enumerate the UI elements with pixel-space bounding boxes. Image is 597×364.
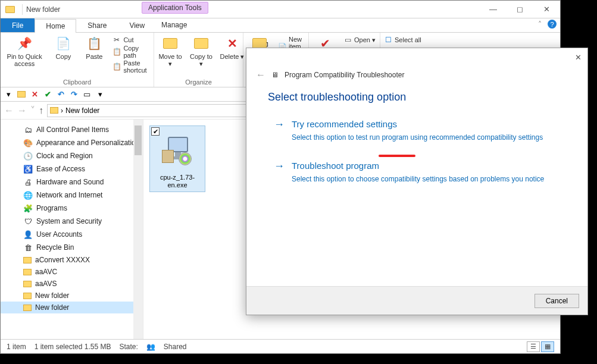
pin-button[interactable]: 📌 Pin to Quick access bbox=[4, 35, 45, 74]
collapse-ribbon-icon[interactable]: ˄ bbox=[538, 20, 542, 29]
option-recommended[interactable]: → Try recommended settings Select this o… bbox=[246, 111, 587, 152]
navigation-pane[interactable]: 🗂All Control Panel Items🎨Appearance and … bbox=[1, 120, 143, 340]
dialog-titlebar[interactable]: ✕ bbox=[246, 48, 587, 66]
qat-undo-icon[interactable]: ↶ bbox=[55, 89, 66, 100]
up-button[interactable]: ↑ bbox=[39, 105, 43, 116]
copypath-label: Copy path bbox=[123, 45, 150, 59]
option-troubleshoot[interactable]: → Troubleshoot program Select this optio… bbox=[246, 152, 587, 194]
delete-button[interactable]: ✕ Delete ▾ bbox=[220, 35, 245, 67]
nav-item[interactable]: 🧩Programs bbox=[1, 202, 143, 215]
maximize-button[interactable] bbox=[507, 1, 533, 17]
nav-item[interactable]: 🖨Hardware and Sound bbox=[1, 175, 143, 189]
copy-to-button[interactable]: Copy to ▾ bbox=[189, 35, 214, 67]
copy-path-button[interactable]: 📋Copy path bbox=[112, 45, 150, 59]
forward-button[interactable]: → bbox=[17, 105, 27, 116]
minimize-button[interactable] bbox=[480, 1, 507, 17]
qat-check-icon[interactable]: ✔ bbox=[42, 89, 53, 100]
clock-icon: 🕒 bbox=[23, 151, 33, 161]
qat-view-icon[interactable]: ▭ bbox=[82, 89, 92, 100]
paste-button[interactable]: 📋 Paste bbox=[82, 35, 107, 74]
dialog-close-button[interactable]: ✕ bbox=[575, 53, 582, 62]
tab-home[interactable]: Home bbox=[35, 19, 76, 33]
annotation-mark bbox=[379, 155, 415, 157]
qat-dropdown[interactable]: ▾ bbox=[3, 89, 14, 100]
nav-item[interactable]: 👤User Accounts bbox=[1, 228, 143, 241]
nav-item-label: All Control Panel Items bbox=[36, 125, 109, 134]
dialog-back-button[interactable]: ← bbox=[256, 70, 265, 80]
titlebar[interactable]: New folder Application Tools bbox=[1, 1, 560, 18]
paste-shortcut-button[interactable]: 📋Paste shortcut bbox=[112, 59, 150, 74]
nav-item[interactable]: 🌐Network and Internet bbox=[1, 189, 143, 202]
nav-item[interactable]: aConvert XXXXX bbox=[1, 254, 143, 266]
dialog-title: Select troubleshooting option bbox=[246, 91, 587, 111]
moveto-icon bbox=[162, 35, 179, 52]
copy-button[interactable]: 📄 Copy bbox=[51, 35, 76, 74]
delete-icon: ✕ bbox=[224, 35, 240, 52]
hw-icon: 🖨 bbox=[23, 177, 33, 187]
nav-item[interactable]: ♿Ease of Access bbox=[1, 162, 143, 175]
nav-item-label: User Accounts bbox=[36, 230, 82, 239]
folder-icon bbox=[23, 305, 32, 311]
pasteshortcut-label: Paste shortcut bbox=[123, 59, 150, 74]
file-tile[interactable]: ✔ cpu-z_1.73-en.exe bbox=[149, 125, 205, 192]
breadcrumb-location[interactable]: New folder bbox=[65, 106, 99, 115]
details-view-button[interactable]: ☰ bbox=[527, 341, 540, 352]
qat-folder-icon[interactable] bbox=[16, 89, 27, 100]
window-title: New folder bbox=[26, 5, 60, 14]
status-selected: 1 item selected 1.55 MB bbox=[35, 343, 111, 351]
nav-scrollbar[interactable] bbox=[133, 120, 143, 340]
cut-label: Cut bbox=[123, 36, 133, 43]
qat-dropdown2[interactable]: ▾ bbox=[95, 89, 105, 100]
qat-redo-icon[interactable]: ↷ bbox=[68, 89, 79, 100]
troubleshooter-dialog: ✕ ← 🖥 Program Compatibility Troubleshoot… bbox=[246, 48, 588, 315]
open-button[interactable]: ▭Open ▾ bbox=[343, 36, 376, 44]
appearance-icon: 🎨 bbox=[23, 138, 33, 148]
nav-item[interactable]: 🛡System and Security bbox=[1, 215, 143, 228]
nav-item[interactable]: New folder bbox=[1, 302, 143, 313]
select-all-button[interactable]: ☐Select all bbox=[384, 36, 421, 44]
cut-button[interactable]: ✂Cut bbox=[112, 36, 150, 44]
dialog-footer: Cancel bbox=[246, 286, 587, 315]
ease-icon: ♿ bbox=[23, 164, 33, 174]
nav-item[interactable]: 🎨Appearance and Personalizatio bbox=[1, 136, 143, 149]
nav-item-label: Ease of Access bbox=[36, 165, 85, 173]
tab-share[interactable]: Share bbox=[76, 18, 118, 32]
copy-icon: 📄 bbox=[55, 35, 71, 52]
help-icon[interactable]: ? bbox=[548, 20, 557, 29]
folder-icon bbox=[23, 269, 32, 275]
folder-icon bbox=[23, 293, 32, 299]
pin-icon: 📌 bbox=[16, 35, 33, 52]
contextual-tab[interactable]: Application Tools bbox=[142, 2, 208, 14]
copypath-icon: 📋 bbox=[112, 48, 121, 56]
option-troubleshoot-label: Troubleshoot program bbox=[292, 161, 379, 171]
separator bbox=[22, 4, 23, 15]
tab-manage[interactable]: Manage bbox=[153, 18, 195, 32]
close-button[interactable] bbox=[533, 1, 560, 17]
nav-item[interactable]: aaAVC bbox=[1, 266, 143, 278]
ribbon-tabs: File Home Share View Manage ˄ ? bbox=[1, 18, 560, 33]
move-to-button[interactable]: Move to ▾ bbox=[158, 35, 183, 67]
recent-dropdown[interactable]: ˅ bbox=[30, 105, 35, 116]
nav-item[interactable]: aaAVS bbox=[1, 278, 143, 290]
moveto-label: Move to ▾ bbox=[158, 53, 183, 67]
scrollbar-thumb[interactable] bbox=[135, 125, 142, 155]
panel-icon: 🗂 bbox=[23, 125, 33, 134]
tiles-view-button[interactable]: ▦ bbox=[541, 341, 554, 352]
nav-item[interactable]: 🗑Recycle Bin bbox=[1, 241, 143, 254]
dialog-header: ← 🖥 Program Compatibility Troubleshooter bbox=[246, 66, 587, 91]
back-button[interactable]: ← bbox=[4, 105, 14, 116]
qat-delete-icon[interactable]: ✕ bbox=[29, 89, 40, 100]
nav-item-label: Network and Internet bbox=[36, 191, 102, 199]
nav-item[interactable]: 🗂All Control Panel Items bbox=[1, 123, 143, 136]
cancel-button[interactable]: Cancel bbox=[535, 294, 579, 308]
tab-view[interactable]: View bbox=[118, 18, 156, 32]
nav-item[interactable]: 🕒Clock and Region bbox=[1, 149, 143, 162]
tab-file[interactable]: File bbox=[1, 18, 35, 32]
option-troubleshoot-desc: Select this option to choose compatibili… bbox=[274, 175, 566, 194]
organize-group-label: Organize bbox=[158, 79, 239, 86]
file-checkbox[interactable]: ✔ bbox=[151, 127, 160, 136]
nav-item[interactable]: New folder bbox=[1, 290, 143, 302]
pasteshortcut-icon: 📋 bbox=[112, 62, 121, 71]
paste-icon: 📋 bbox=[86, 35, 102, 52]
status-state-label: State: bbox=[119, 343, 137, 351]
